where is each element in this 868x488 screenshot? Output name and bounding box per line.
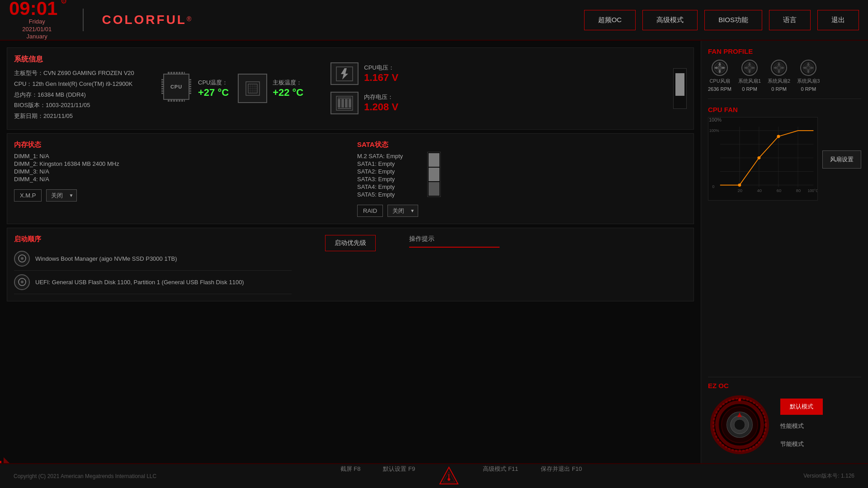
sata-bar-2: [429, 168, 439, 181]
fan-card-cpu: CPU风扇 2636 RPM: [708, 60, 731, 92]
nav-exit-button[interactable]: 退出: [817, 10, 859, 30]
cpu-chip-container: CPU: [163, 74, 193, 103]
svg-point-54: [738, 399, 741, 401]
fan-sys3-name: 系统风扇3: [797, 78, 820, 84]
sata-bar-3: [429, 182, 439, 196]
cpu-temp-info: CPU温度： +27 °C: [198, 79, 229, 99]
footer: Copyright (C) 2021 American Megatrends I…: [0, 463, 868, 488]
cpu-label: CPU：: [14, 80, 32, 87]
raid-select[interactable]: 关闭: [387, 205, 418, 217]
fan-sys1-name: 系统风扇1: [738, 78, 761, 84]
svg-point-62: [448, 478, 450, 481]
svg-point-26: [777, 66, 781, 70]
svg-text:0: 0: [712, 184, 715, 189]
fan-card-sys2: 系统风扇2 0 RPM: [768, 60, 790, 92]
cpu-temp-label: CPU温度：: [198, 79, 229, 87]
clock-section: 09:01 ⚙ Friday 2021/01/01 January: [9, 0, 65, 41]
sata5-row: SATA5: Empty: [357, 191, 418, 198]
boot-order-section: 启动顺序 Windows Boot Manager (aigo NVMe SSD…: [14, 235, 292, 294]
triangle-logo-svg: [438, 465, 460, 488]
fan-profile-title: FAN PROFILE: [708, 47, 861, 55]
svg-point-57: [764, 424, 765, 426]
cpu-value: 12th Gen Intel(R) Core(TM) i9-12900K: [32, 80, 132, 87]
cpu-chip-icon: CPU: [163, 74, 189, 100]
raid-select-wrapper[interactable]: 关闭: [387, 205, 418, 217]
mem-volt-label: 内存电压：: [364, 93, 398, 101]
sata4-row: SATA4: Empty: [357, 183, 418, 190]
system-info-title: 系统信息: [14, 55, 150, 64]
cpu-volt-label: CPU电压：: [364, 64, 398, 72]
mem-volt-card: 内存电压： 1.208 V: [330, 92, 398, 114]
main-content: 系统信息 主板型号：CVN Z690 GAMING FROZEN V20 CPU…: [0, 41, 701, 463]
cpu-chip-label: CPU: [170, 84, 182, 89]
svg-rect-13: [345, 99, 348, 108]
boot-title: 启动顺序: [14, 235, 292, 244]
nav-oc-button[interactable]: 超频OC: [584, 10, 636, 30]
operation-line: [409, 247, 500, 248]
ez-oc-section: EZ OC: [708, 377, 861, 456]
oc-knob[interactable]: [708, 393, 771, 456]
sata3-row: SATA3: Empty: [357, 176, 418, 183]
boot-item-2-text: UEFI: General USB Flash Disk 1100, Parti…: [35, 279, 244, 286]
footer-copyright: Copyright (C) 2021 American Megatrends I…: [14, 473, 158, 479]
oc-buttons: 默认模式 性能模式 节能模式: [780, 399, 823, 451]
memory-section: 内存状态 DIMM_1: N/A DIMM_2: Kingston 16384 …: [14, 141, 344, 217]
clock-month: January: [27, 33, 47, 41]
mem-volt-info: 内存电压： 1.208 V: [364, 93, 398, 113]
header-divider: [83, 9, 84, 31]
memory-sata-section: 内存状态 DIMM_1: N/A DIMM_2: Kingston 16384 …: [7, 133, 694, 224]
sata-section: SATA状态 M.2 SATA: Empty SATA1: Empty SATA…: [357, 141, 687, 217]
mb-temp-card: 主板温度： +22 °C: [238, 74, 303, 103]
svg-rect-12: [341, 99, 344, 108]
fan-blade-svg-cpu: [713, 61, 726, 75]
clock-day: Friday: [29, 18, 45, 26]
fan-cpu-rpm: 2636 RPM: [708, 86, 731, 92]
bios-version-row: BIOS版本：1003-2021/11/05: [14, 101, 150, 110]
cpu-row: CPU：12th Gen Intel(R) Core(TM) i9-12900K: [14, 80, 150, 89]
boot-priority-box[interactable]: 启动优先级: [325, 235, 376, 251]
memory-label: 总内存：: [14, 91, 38, 98]
svg-point-47: [777, 135, 780, 138]
mb-chip-icon: [238, 74, 267, 103]
default-mode-button[interactable]: 默认模式: [780, 399, 823, 415]
svg-point-46: [757, 156, 760, 160]
right-panel: FAN PROFILE CPU风扇 2636 RPM: [701, 41, 868, 463]
fan-icon-sys2: [771, 60, 787, 76]
cpu-pins-right: [189, 79, 191, 94]
temp-volt-area: CPU CPU温度： +27 °C: [163, 55, 687, 122]
svg-point-18: [21, 257, 24, 260]
cpu-volt-value: 1.167 V: [364, 72, 398, 84]
bar-indicator-fill: [675, 73, 684, 96]
nav-bios-button[interactable]: BIOS功能: [704, 10, 762, 30]
fan-cpu-name: CPU风扇: [709, 78, 730, 84]
cpu-volt-icon: [330, 62, 359, 85]
svg-point-20: [21, 281, 24, 283]
fan-card-sys3: 系统风扇3 0 RPM: [797, 60, 820, 92]
m2-row: M.2 SATA: Empty: [357, 153, 418, 160]
footer-triangle-logo: [438, 465, 460, 488]
nav-advanced-button[interactable]: 高级模式: [642, 10, 698, 30]
mb-temp-info: 主板温度： +22 °C: [273, 79, 303, 99]
svg-text:80: 80: [796, 188, 801, 193]
nav-language-button[interactable]: 语言: [769, 10, 811, 30]
fan-card-sys1: 系统风扇1 0 RPM: [738, 60, 761, 92]
boot-icon-2: [14, 274, 30, 290]
fan-settings-button[interactable]: 风扇设置: [822, 150, 861, 169]
sata1-row: SATA1: Empty: [357, 160, 418, 167]
mem-volt-svg: [335, 95, 354, 111]
fan-sys2-name: 系统风扇2: [768, 78, 790, 84]
svg-text:60: 60: [777, 188, 782, 193]
xmp-select-wrapper[interactable]: 关闭: [46, 189, 77, 202]
memory-value: 16384 MB (DDR4): [38, 91, 86, 98]
clock-time: 09:01: [9, 0, 57, 18]
mem-volt-value: 1.208 V: [364, 101, 398, 113]
xmp-select[interactable]: 关闭: [46, 189, 77, 202]
raid-label: RAID: [357, 205, 383, 217]
boot-item-1-text: Windows Boot Manager (aigo NVMe SSD P300…: [35, 255, 177, 262]
sata-title: SATA状态: [357, 141, 418, 149]
fan-settings-btn-container: 风扇设置: [822, 117, 861, 202]
svg-text:40: 40: [757, 188, 762, 193]
boot-icon-1: [14, 251, 30, 267]
boot-item-2: UEFI: General USB Flash Disk 1100, Parti…: [14, 271, 292, 294]
footer-version: Version版本号: 1.126: [764, 472, 854, 480]
